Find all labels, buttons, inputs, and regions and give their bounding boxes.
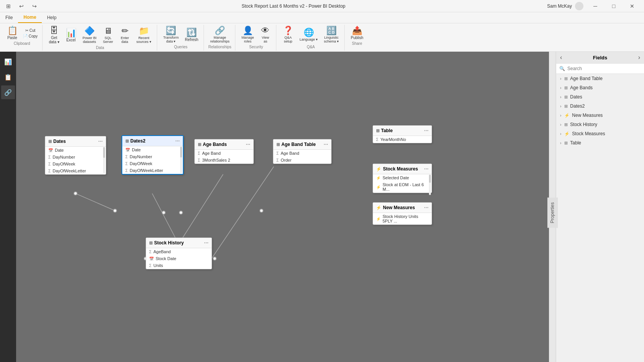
table-dates-menu[interactable]: ··· (98, 138, 103, 144)
field-item-dates2[interactable]: › ⊞ Dates2 (556, 102, 644, 111)
ribbon-group-share: 📤 Publish Share (345, 25, 369, 51)
fields-search-input[interactable] (567, 66, 641, 71)
titlebar: ⊞ ↩ ↪ Stock Report Last 6 Months v2 - Po… (0, 0, 644, 12)
tab-home[interactable]: Home (18, 12, 41, 23)
window-controls[interactable]: ─ □ ✕ (586, 0, 641, 12)
copy-button[interactable]: 📄 Copy (21, 34, 39, 39)
titlebar-icon-grid[interactable]: ⊞ (3, 2, 14, 11)
table-age-band-table-menu[interactable]: ··· (324, 141, 328, 147)
measure-group-icon: ⚡ (376, 167, 381, 171)
connector-dates-stockhistory (76, 193, 115, 211)
publish-icon: 📤 (352, 26, 362, 35)
chevron-right-icon: › (560, 113, 561, 118)
field-item-table[interactable]: › ⊞ Table (556, 138, 644, 147)
view-as-button[interactable]: 👁 Viewas (258, 26, 273, 44)
maximize-button[interactable]: □ (605, 0, 623, 12)
table-age-bands-menu[interactable]: ··· (246, 141, 250, 147)
field-item-new-measures[interactable]: › ⚡ New Measures (556, 111, 644, 120)
table-table[interactable]: ⊞Table ··· Σ YearMonthNo (373, 125, 432, 143)
excel-button[interactable]: 📊 Excel (63, 28, 79, 43)
scroll-thumb (180, 147, 182, 157)
table-row: Σ DayOfWeek (45, 161, 106, 167)
recent-sources-button[interactable]: 📁 Recentsources ▾ (134, 26, 154, 44)
powerbi-datasets-button[interactable]: 🔷 Power BIdatasets (80, 26, 99, 44)
minimize-button[interactable]: ─ (586, 0, 604, 12)
close-button[interactable]: ✕ (623, 0, 641, 12)
qa-label: Q&A (307, 45, 315, 49)
fields-panel: ‹ Fields › 🔍 › ⊞ Age Band Table › ⊞ Age … (556, 52, 644, 362)
table-stock-measures-menu[interactable]: ··· (424, 166, 429, 172)
refresh-button[interactable]: 🔃 Refresh (182, 28, 200, 43)
table-age-band-table-title: Age Band Table (281, 142, 316, 147)
field-item-age-bands[interactable]: › ⊞ Age Bands (556, 83, 644, 92)
recent-sources-icon: 📁 (139, 27, 149, 35)
titlebar-redo[interactable]: ↪ (29, 2, 40, 11)
table-icon: ⊞ (125, 139, 129, 143)
nav-model[interactable]: 🔗 (1, 85, 15, 99)
fields-search-box[interactable]: 🔍 (556, 64, 644, 74)
col-dates2-dayofweek: DayOfWeek (130, 161, 152, 166)
table-stock-history-header: ⊞Stock History ··· (146, 238, 212, 248)
table-stock-measures-header: ⚡Stock Measures ··· (373, 164, 432, 174)
tab-help[interactable]: Help (42, 12, 62, 23)
table-dates2[interactable]: ⊞Dates2 ··· 📅 Date Σ DayNumber Σ DayOfWe… (122, 135, 184, 175)
measure-group-icon: ⚡ (564, 131, 570, 136)
col-dates-date: Date (55, 148, 64, 152)
col-dates-dayofweek: DayOfWeek (53, 162, 75, 166)
paste-icon: 📋 (7, 26, 18, 35)
measure-group-icon: ⚡ (376, 205, 381, 210)
qa-setup-button[interactable]: ❓ Q&Asetup (280, 26, 296, 44)
field-item-dates[interactable]: › ⊞ Dates (556, 92, 644, 102)
table-stock-history-title: Stock History (154, 240, 184, 246)
manage-relationships-button[interactable]: 🔗 Managerelationships (208, 26, 232, 44)
language-label: Language ▾ (299, 38, 318, 41)
enter-data-button[interactable]: ✏ Enterdata (117, 26, 133, 44)
table-row: Σ DayNumber (45, 154, 106, 161)
table-new-measures[interactable]: ⚡New Measures ··· ⚡ Stock History Units … (373, 202, 432, 225)
table-stock-measures[interactable]: ⚡Stock Measures ··· ⚡ Selected Date ⚡ St… (373, 164, 432, 193)
chevron-right-icon: › (560, 104, 561, 108)
manage-roles-button[interactable]: 👤 Manageroles (239, 26, 256, 44)
field-item-age-band-table[interactable]: › ⊞ Age Band Table (556, 74, 644, 83)
security-label: Security (249, 45, 263, 49)
tab-file[interactable]: File (0, 12, 18, 23)
queries-label: Queries (174, 45, 187, 49)
table-age-band-table[interactable]: ⊞Age Band Table ··· Σ Age Band Σ Order (273, 139, 332, 164)
table-new-measures-menu[interactable]: ··· (424, 205, 429, 211)
sigma-icon: Σ (198, 158, 200, 162)
field-item-stock-measures[interactable]: › ⚡ Stock Measures (556, 129, 644, 138)
table-stock-history-menu[interactable]: ··· (204, 240, 209, 246)
table-new-measures-title: New Measures (383, 205, 415, 210)
nav-report[interactable]: 📊 (1, 55, 15, 69)
table-age-bands[interactable]: ⊞Age Bands ··· Σ Age Band Σ 3MonthSales … (194, 139, 254, 164)
fields-panel-collapse[interactable]: ‹ (560, 54, 562, 61)
connector-agebands-stockhistory (183, 174, 223, 238)
table-row: ⚡ Stock History Units 5PLY ... (373, 213, 432, 224)
ribbon-group-queries: 🔄 Transformdata ▾ 🔃 Refresh Queries (158, 25, 204, 51)
language-button[interactable]: 🌐 Language ▾ (297, 28, 320, 42)
table-dates2-menu[interactable]: ··· (175, 138, 180, 144)
fields-panel-expand[interactable]: › (638, 54, 640, 61)
field-item-stock-history[interactable]: › ⊞ Stock History (556, 120, 644, 129)
canvas-area[interactable]: ⊞Dates ··· 📅 Date Σ DayNumber Σ DayOfWee… (16, 52, 549, 362)
paste-button[interactable]: 📋 Paste (5, 26, 20, 41)
ribbon-group-qa: ❓ Q&Asetup 🌐 Language ▾ 🔠 Linguisticsche… (277, 25, 345, 51)
table-stock-history[interactable]: ⊞Stock History ··· Σ AgeBand 📅 Stock Dat… (146, 238, 212, 269)
get-data-button[interactable]: 🗄 Getdata ▾ (46, 26, 62, 45)
transform-data-button[interactable]: 🔄 Transformdata ▾ (161, 26, 181, 44)
nav-data[interactable]: 📋 (1, 70, 15, 84)
share-label: Share (352, 41, 362, 46)
table-dates-title: Dates (53, 139, 66, 144)
get-data-icon: 🗄 (50, 26, 58, 35)
table-dates[interactable]: ⊞Dates ··· 📅 Date Σ DayNumber Σ DayOfWee… (45, 136, 106, 175)
table-icon: ⊞ (564, 104, 568, 109)
titlebar-left-icons[interactable]: ⊞ ↩ ↪ (3, 2, 40, 11)
titlebar-undo[interactable]: ↩ (16, 2, 27, 11)
table-table-menu[interactable]: ··· (424, 128, 429, 134)
properties-tab-button[interactable]: Properties (547, 198, 558, 228)
sql-server-button[interactable]: 🖥 SQLServer (100, 26, 116, 44)
publish-button[interactable]: 📤 Publish (348, 26, 366, 41)
connector-dates2-stockhistory (152, 193, 175, 238)
linguistic-schema-button[interactable]: 🔠 Linguisticschema ▾ (322, 26, 341, 44)
cut-button[interactable]: ✂ Cut (21, 28, 39, 33)
